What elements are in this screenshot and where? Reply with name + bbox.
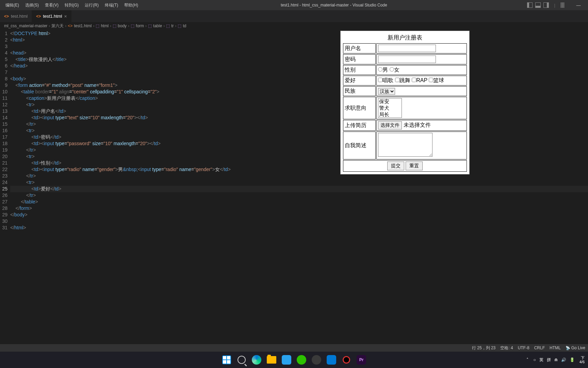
customize-layout-icon[interactable] <box>561 2 566 8</box>
symbol-icon: ⬚ <box>178 24 181 28</box>
label-resume: 上传简历 <box>343 120 376 131</box>
edge-browser-icon[interactable] <box>250 354 263 366</box>
gender-female-radio[interactable] <box>390 67 394 72</box>
list-item[interactable]: 局长 <box>378 111 402 118</box>
indent-spaces[interactable]: 空格: 4 <box>500 345 513 351</box>
ime-indicator[interactable]: 英 <box>539 357 543 363</box>
reset-button[interactable]: 重置 <box>406 162 423 170</box>
record-icon[interactable] <box>340 354 353 366</box>
label-username: 用户名 <box>343 43 376 53</box>
cursor-position[interactable]: 行 25，列 23 <box>472 345 495 351</box>
table-row: 上传简历 选择文件 未选择文件 <box>343 120 467 131</box>
windows-taskbar: Pr ˄ ○ 英 拼 ⋒ 🔊 🔋 下 4/6 <box>0 352 588 368</box>
browser-preview: 新用户注册表 用户名 密码 性别 男 女 爱好 唱歌 跳舞 RAP 篮球 民族 … <box>340 31 470 174</box>
hobby-basketball-checkbox[interactable] <box>429 78 433 82</box>
premiere-icon[interactable]: Pr <box>355 354 368 366</box>
crumb-symbol[interactable]: body <box>118 24 127 28</box>
app-icon[interactable] <box>310 354 323 366</box>
crumb-folder[interactable]: ml_css_material-master <box>4 24 47 28</box>
menu-select[interactable]: 选择(S) <box>22 1 42 10</box>
crumb-symbol[interactable]: table <box>153 24 162 28</box>
table-row: 求职意向 保安 警犬 局长 <box>343 97 467 119</box>
menu-bar: 编辑(E) 选择(S) 查看(V) 转到(G) 运行(R) 终端(T) 帮助(H… <box>3 1 141 10</box>
tray-app-icon[interactable]: ○ <box>533 357 536 362</box>
description-textarea[interactable] <box>378 133 432 157</box>
label-desc: 自我简述 <box>343 132 376 159</box>
gender-female-label: 女 <box>394 67 399 73</box>
menu-help[interactable]: 帮助(H) <box>121 1 141 10</box>
crumb-folder[interactable]: 第六天 <box>51 23 64 29</box>
list-item[interactable]: 保安 <box>378 98 402 105</box>
hobby-dance-checkbox[interactable] <box>395 78 399 82</box>
menu-run[interactable]: 运行(R) <box>82 1 101 10</box>
ime-indicator[interactable]: 拼 <box>547 357 551 363</box>
volume-icon[interactable]: 🔊 <box>561 357 566 362</box>
tray-chevron-icon[interactable]: ˄ <box>526 357 528 362</box>
minimize-button[interactable]: — <box>572 3 585 8</box>
hobby-sing-checkbox[interactable] <box>378 78 382 82</box>
html-file-icon: <> <box>4 14 9 19</box>
battery-icon[interactable]: 🔋 <box>570 357 575 362</box>
table-row: 民族 汉族 <box>343 86 467 96</box>
clock-time[interactable]: 下 <box>579 356 585 360</box>
menu-view[interactable]: 查看(V) <box>42 1 61 10</box>
tab-test1-html[interactable]: <> test1.html × <box>32 10 71 22</box>
menu-terminal[interactable]: 终端(T) <box>102 1 121 10</box>
crumb-symbol[interactable]: html <box>101 24 109 28</box>
toggle-sidebar-left-icon[interactable] <box>527 2 533 8</box>
code-content[interactable]: <!DOCTYPE html><html> <head> <title>很散漫的… <box>10 30 588 344</box>
menu-edit[interactable]: 编辑(E) <box>3 1 22 10</box>
symbol-icon: ⬚ <box>166 24 170 28</box>
window-controls: | — <box>527 2 585 8</box>
app-icon[interactable] <box>280 354 293 366</box>
eol[interactable]: CRLF <box>534 346 545 350</box>
close-tab-icon[interactable]: × <box>64 14 67 19</box>
clock-date[interactable]: 4/6 <box>579 360 585 364</box>
vscode-icon[interactable] <box>325 354 338 366</box>
choose-file-button[interactable]: 选择文件 <box>378 121 402 129</box>
gender-male-label: 男 <box>382 67 388 73</box>
label-hobby: 爱好 <box>343 76 376 86</box>
job-listbox[interactable]: 保安 警犬 局长 <box>378 98 402 118</box>
file-explorer-icon[interactable] <box>265 354 278 366</box>
file-status-text: 未选择文件 <box>404 122 431 128</box>
hobby-label: 跳舞 <box>399 77 410 83</box>
table-row: 自我简述 <box>343 132 467 159</box>
toggle-panel-icon[interactable] <box>535 2 541 8</box>
toggle-sidebar-right-icon[interactable] <box>543 2 549 8</box>
list-item[interactable]: 警犬 <box>378 105 402 111</box>
wifi-icon[interactable]: ⋒ <box>554 357 558 362</box>
tab-bar: <> test.html <> test1.html × <box>0 10 588 22</box>
gender-male-radio[interactable] <box>378 67 382 72</box>
breadcrumb[interactable]: ml_css_material-master› 第六天› <> test1.ht… <box>0 22 588 30</box>
code-editor[interactable]: 1234567891011121314151617181920212223242… <box>0 30 588 344</box>
crumb-symbol[interactable]: form <box>136 24 144 28</box>
go-live-button[interactable]: Go Live <box>566 346 585 350</box>
start-button[interactable] <box>220 354 233 366</box>
tab-label: test1.html <box>43 14 62 19</box>
language-mode[interactable]: HTML <box>550 346 561 350</box>
crumb-symbol[interactable]: tr <box>171 24 174 28</box>
menu-go[interactable]: 转到(G) <box>62 1 81 10</box>
hobby-rap-checkbox[interactable] <box>412 78 416 82</box>
hobby-label: RAP <box>416 77 427 83</box>
encoding[interactable]: UTF-8 <box>518 346 529 350</box>
html-file-icon: <> <box>68 24 72 28</box>
label-password: 密码 <box>343 54 376 64</box>
username-input[interactable] <box>378 45 436 52</box>
crumb-file[interactable]: test1.html <box>74 24 92 28</box>
symbol-icon: ⬚ <box>131 24 134 28</box>
table-row: 用户名 <box>343 43 467 53</box>
table-row: 密码 <box>343 54 467 64</box>
tab-test-html[interactable]: <> test.html <box>0 10 32 22</box>
form-table: 新用户注册表 用户名 密码 性别 男 女 爱好 唱歌 跳舞 RAP 篮球 民族 … <box>342 33 468 172</box>
password-input[interactable] <box>378 56 436 63</box>
line-number-gutter: 1234567891011121314151617181920212223242… <box>0 30 10 344</box>
crumb-symbol[interactable]: td <box>183 24 186 28</box>
search-icon[interactable] <box>235 354 248 366</box>
window-title: test1.html - html_css_material-master - … <box>141 3 527 7</box>
submit-button[interactable]: 提交 <box>387 162 404 170</box>
wechat-icon[interactable] <box>295 354 308 366</box>
nation-select[interactable]: 汉族 <box>378 88 395 95</box>
symbol-icon: ⬚ <box>113 24 116 28</box>
